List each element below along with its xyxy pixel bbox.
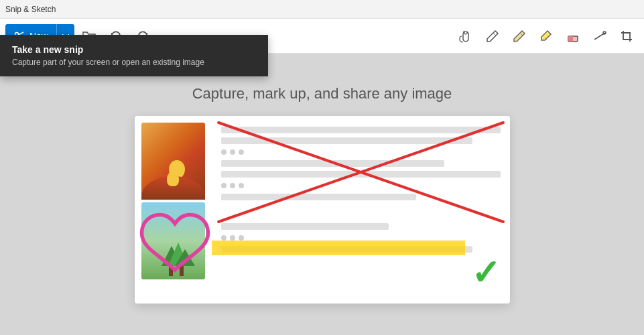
crop-button[interactable] xyxy=(615,24,639,48)
crop-icon xyxy=(620,29,633,43)
thumbnail-1 xyxy=(141,123,205,200)
content-line-6 xyxy=(221,223,389,230)
content-line-5 xyxy=(221,194,417,200)
new-dropdown-popup: Take a new snip Capture part of your scr… xyxy=(0,35,268,76)
svg-rect-14 xyxy=(180,266,184,276)
content-line-4 xyxy=(221,171,501,178)
highlighter-icon xyxy=(539,29,553,43)
app-title: Snip & Sketch xyxy=(5,5,56,14)
ink-to-text-button[interactable] xyxy=(588,24,612,48)
popup-title: Take a new snip xyxy=(12,44,256,55)
pencil-icon xyxy=(513,29,526,43)
demo-illustration: ✓ xyxy=(135,116,510,304)
eraser-button[interactable] xyxy=(561,24,585,48)
svg-point-9 xyxy=(169,160,185,179)
title-bar: Snip & Sketch xyxy=(0,0,644,19)
dot-row-1 xyxy=(221,149,501,155)
ballpoint-pen-icon xyxy=(486,29,499,43)
ruler-pen-icon xyxy=(593,29,606,43)
demo-content-area: ✓ xyxy=(212,116,510,304)
thumbnail-2 xyxy=(141,202,205,279)
main-content: Capture, mark up, and share any image xyxy=(0,54,644,335)
main-heading: Capture, mark up, and share any image xyxy=(192,85,452,103)
eraser-icon xyxy=(566,29,580,43)
pencil-button[interactable] xyxy=(507,24,531,48)
content-line-1 xyxy=(221,127,501,133)
touch-draw-button[interactable] xyxy=(454,24,478,48)
demo-thumbnails xyxy=(135,116,212,304)
svg-rect-6 xyxy=(568,36,573,42)
highlighter-button[interactable] xyxy=(534,24,558,48)
trees-svg xyxy=(148,232,208,279)
green-checkmark: ✓ xyxy=(471,255,501,290)
svg-point-4 xyxy=(464,31,467,34)
content-line-3 xyxy=(221,160,445,167)
dot-row-2 xyxy=(221,183,501,188)
touch-icon xyxy=(459,29,472,43)
pen-button[interactable] xyxy=(480,24,505,48)
svg-rect-13 xyxy=(169,266,173,276)
popup-description: Capture part of your screen or open an e… xyxy=(12,58,256,67)
dot-row-3 xyxy=(221,235,501,241)
yellow-highlight xyxy=(212,241,465,255)
content-line-2 xyxy=(221,137,472,144)
